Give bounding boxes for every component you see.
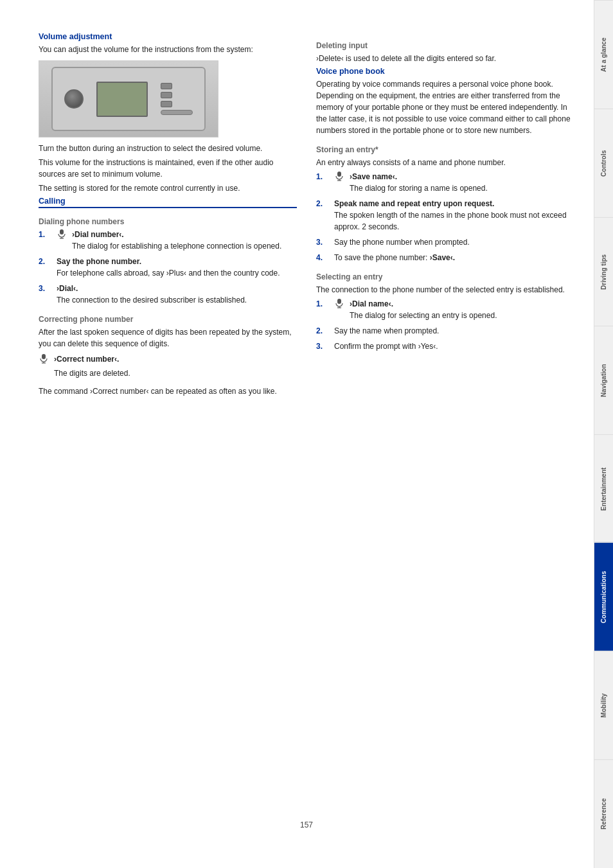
calling-section: Calling	[39, 197, 297, 208]
store-step-4-content: To save the phone number: ›Save‹.	[334, 252, 574, 263]
select-step-1-num: 1.	[316, 298, 334, 310]
dial-step-1: 1. ›Dial number‹.	[39, 229, 297, 252]
dialing-title: Dialing phone numbers	[39, 217, 297, 226]
sidebar-item-navigation[interactable]: Navigation	[594, 326, 613, 434]
sidebar-item-mobility[interactable]: Mobility	[594, 651, 613, 759]
dial-step-2-detail: For telephone calls abroad, say ›Plus‹ a…	[57, 267, 297, 279]
store-step-2: 2. Speak name and repeat entry upon requ…	[316, 198, 574, 233]
store-step-4: 4. To save the phone number: ›Save‹.	[316, 252, 574, 263]
volume-adjustment-title: Volume adjustment	[39, 32, 297, 41]
device-slider	[161, 110, 193, 115]
deleting-title: Deleting input	[316, 41, 574, 50]
dialing-section: Dialing phone numbers 1.	[39, 217, 297, 306]
storing-title: Storing an entry*	[316, 145, 574, 154]
store-step-1-num: 1.	[316, 171, 334, 182]
dial-step-1-content: ›Dial number‹. The dialog for establishi…	[72, 229, 297, 252]
correcting-para2: The command ›Correct number‹ can be repe…	[39, 385, 297, 397]
dial-step-3-detail: The connection to the desired subscriber…	[57, 294, 297, 306]
side-navigation: At a glance Controls Driving tips Naviga…	[594, 0, 613, 868]
sidebar-label-reference: Reference	[600, 799, 607, 829]
selecting-steps: 1. ›Dial name‹.	[316, 298, 574, 352]
dial-step-3-num: 3.	[39, 283, 57, 294]
left-column: Volume adjustment You can adjust the vol…	[39, 26, 297, 808]
dial-step-2-num: 2.	[39, 256, 57, 267]
main-content: Volume adjustment You can adjust the vol…	[0, 0, 594, 868]
dialing-steps: 1. ›Dial number‹.	[39, 229, 297, 306]
sidebar-item-at-a-glance[interactable]: At a glance	[594, 0, 613, 109]
storing-section: Storing an entry* An entry always consis…	[316, 145, 574, 263]
sidebar-label-entertainment: Entertainment	[600, 467, 607, 510]
store-step-2-num: 2.	[316, 198, 334, 209]
volume-para2: Turn the button during an instruction to…	[39, 143, 297, 154]
deleting-section: Deleting input ›Delete‹ is used to delet…	[316, 41, 574, 64]
correct-bullet: ›Correct number‹. The digits are deleted…	[39, 353, 297, 382]
select-step-1-detail: The dialog for selecting an entry is ope…	[350, 310, 574, 321]
mic-icon-correct	[39, 353, 53, 367]
store-step-3: 3. Say the phone number when prompted.	[316, 236, 574, 248]
calling-title: Calling	[39, 197, 297, 208]
store-step-3-main: Say the phone number when prompted.	[334, 236, 574, 248]
sidebar-item-controls[interactable]: Controls	[594, 109, 613, 217]
correcting-para1: After the last spoken sequence of digits…	[39, 326, 297, 350]
dial-step-2: 2. Say the phone number. For telephone c…	[39, 256, 297, 279]
select-step-3: 3. Confirm the prompt with ›Yes‹.	[316, 341, 574, 352]
volume-para1: You can adjust the volume for the instru…	[39, 44, 297, 55]
mic-icon-dial-1	[57, 229, 69, 242]
select-step-1-content: ›Dial name‹. The dialog for selecting an…	[350, 298, 574, 321]
select-step-2-content: Say the name when prompted.	[334, 325, 574, 337]
mic-icon-store-1	[334, 171, 347, 184]
storing-para1: An entry always consists of a name and p…	[316, 157, 574, 168]
voice-phonebook-section: Voice phone book Operating by voice comm…	[316, 67, 574, 136]
dial-step-1-num: 1.	[39, 229, 57, 240]
device-screen	[96, 82, 148, 117]
page-number: 157	[39, 820, 574, 842]
sidebar-label-navigation: Navigation	[600, 364, 607, 396]
store-step-2-detail: The spoken length of the names in the ph…	[334, 209, 574, 233]
correct-detail: The digits are deleted.	[54, 368, 130, 379]
volume-para3: This volume for the instructions is main…	[39, 157, 297, 180]
selecting-para1: The connection to the phone number of th…	[316, 284, 574, 296]
sidebar-item-driving-tips[interactable]: Driving tips	[594, 217, 613, 326]
select-step-2-main: Say the name when prompted.	[334, 325, 574, 337]
correct-bullet-content: ›Correct number‹. The digits are deleted…	[54, 353, 130, 382]
voice-phonebook-para1: Operating by voice commands requires a p…	[316, 78, 574, 136]
dial-step-3-content: ›Dial‹. The connection to the desired su…	[57, 283, 297, 306]
store-step-1-detail: The dialog for storing a name is opened.	[350, 182, 574, 194]
sidebar-item-communications[interactable]: Communications	[594, 542, 613, 651]
store-step-4-num: 4.	[316, 252, 334, 263]
two-col-layout: Volume adjustment You can adjust the vol…	[39, 26, 574, 808]
volume-adjustment-section: Volume adjustment You can adjust the vol…	[39, 32, 297, 194]
sidebar-item-reference[interactable]: Reference	[594, 759, 613, 868]
sidebar-label-controls: Controls	[600, 150, 607, 176]
select-step-1-command: ›Dial name‹.	[350, 299, 393, 308]
dial-step-2-content: Say the phone number. For telephone call…	[57, 256, 297, 279]
correcting-section: Correcting phone number After the last s…	[39, 315, 297, 397]
device-btn-1	[161, 83, 172, 89]
device-knob	[64, 89, 84, 109]
svg-rect-0	[60, 229, 64, 235]
dial-step-2-main: Say the phone number.	[57, 257, 141, 266]
sidebar-label-communications: Communications	[600, 571, 607, 623]
selecting-section: Selecting an entry The connection to the…	[316, 272, 574, 352]
correct-command: ›Correct number‹.	[54, 355, 119, 364]
store-step-3-num: 3.	[316, 236, 334, 248]
svg-rect-6	[337, 172, 341, 177]
store-step-1: 1. ›Save name‹.	[316, 171, 574, 194]
store-step-2-main: Speak name and repeat entry upon request…	[334, 199, 494, 208]
store-step-1-content: ›Save name‹. The dialog for storing a na…	[350, 171, 574, 194]
dial-step-3-command: ›Dial‹.	[57, 284, 78, 293]
select-step-3-content: Confirm the prompt with ›Yes‹.	[334, 341, 574, 352]
correcting-title: Correcting phone number	[39, 315, 297, 324]
svg-rect-3	[42, 354, 46, 359]
sidebar-label-at-a-glance: At a glance	[600, 37, 607, 71]
mic-icon-select-1	[334, 298, 347, 312]
device-btn-2	[161, 92, 172, 98]
storing-steps: 1. ›Save name‹.	[316, 171, 574, 263]
device-btn-3	[161, 101, 172, 107]
svg-rect-9	[337, 299, 341, 304]
sidebar-item-entertainment[interactable]: Entertainment	[594, 434, 613, 543]
right-column: Deleting input ›Delete‹ is used to delet…	[316, 26, 574, 808]
device-image	[39, 60, 218, 137]
voice-phonebook-title: Voice phone book	[316, 67, 574, 76]
dial-step-3: 3. ›Dial‹. The connection to the desired…	[39, 283, 297, 306]
